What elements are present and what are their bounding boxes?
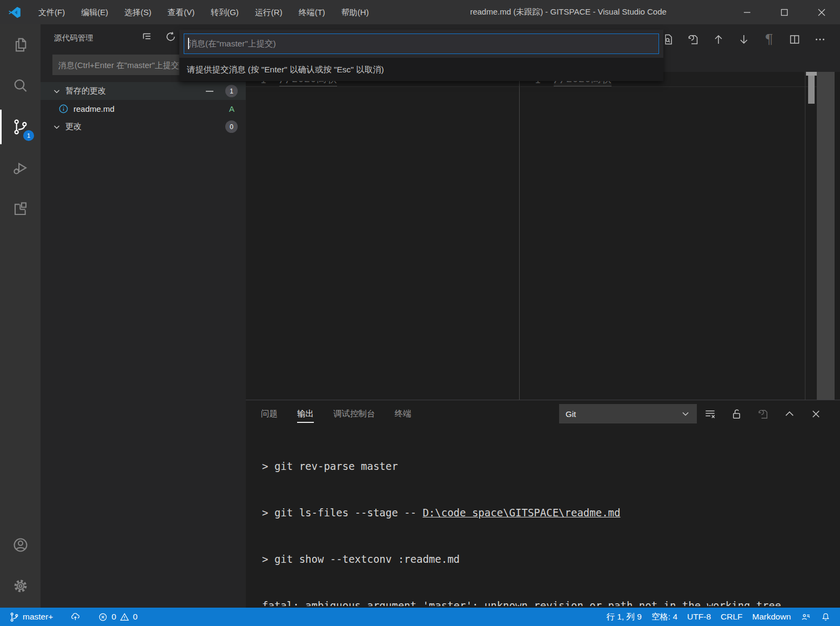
overview-ruler-marker: [806, 72, 817, 76]
text-caret: [188, 38, 189, 49]
more-actions-icon[interactable]: [807, 26, 832, 52]
close-panel-icon[interactable]: [803, 404, 829, 423]
tab-problems[interactable]: 问题: [261, 400, 278, 427]
source-control-icon[interactable]: 1: [0, 106, 41, 147]
error-count: 0: [111, 612, 116, 622]
window-title: readme.md (未跟踪) - GITSPACE - Visual Stud…: [470, 7, 667, 17]
encoding-setting[interactable]: UTF-8: [682, 608, 716, 626]
tab-terminal[interactable]: 终端: [395, 400, 412, 427]
menu-help[interactable]: 帮助(H): [333, 0, 377, 24]
diff-modified-pane[interactable]: 1 //2020高软: [520, 72, 835, 400]
revert-file-icon[interactable]: [750, 404, 776, 423]
search-icon[interactable]: [0, 65, 41, 106]
tab-debug-console[interactable]: 调试控制台: [333, 400, 375, 427]
warning-icon: [119, 612, 130, 622]
cursor-position[interactable]: 行 1, 列 9: [601, 608, 646, 626]
staged-count-badge: 1: [225, 85, 238, 97]
menu-terminal[interactable]: 终端(T): [291, 0, 333, 24]
clear-output-icon[interactable]: [697, 404, 723, 423]
output-line: > git ls-files --stage -- D:\code space\…: [262, 505, 824, 521]
minimize-button[interactable]: [728, 0, 765, 24]
vscode-window: 文件(F) 编辑(E) 选择(S) 查看(V) 转到(G) 运行(R) 终端(T…: [0, 0, 840, 626]
editor-toolbar: ¶: [655, 26, 832, 52]
scm-badge: 1: [23, 130, 34, 141]
scrollbar-slider[interactable]: [808, 76, 815, 104]
warning-count: 0: [133, 612, 138, 622]
menu-bar: 文件(F) 编辑(E) 选择(S) 查看(V) 转到(G) 运行(R) 终端(T…: [30, 0, 377, 24]
settings-gear-icon[interactable]: [0, 566, 41, 607]
branch-status[interactable]: master+: [4, 608, 58, 626]
maximize-button[interactable]: [765, 0, 803, 24]
changes-count-badge: 0: [225, 120, 238, 133]
output-channel-value: Git: [566, 409, 681, 419]
output-channel-select[interactable]: Git: [559, 404, 697, 423]
next-change-icon[interactable]: [731, 26, 756, 52]
menu-edit[interactable]: 编辑(E): [73, 0, 116, 24]
file-path-link[interactable]: D:\code space\GITSPACE\readme.md: [422, 507, 620, 519]
overview-ruler: [805, 72, 805, 400]
menu-run[interactable]: 运行(R): [247, 0, 291, 24]
status-bar: master+ 0 0 行 1, 列 9 空格: 4: [0, 608, 840, 626]
quick-input-field[interactable]: [184, 34, 658, 53]
info-icon: [58, 104, 69, 114]
problems-status[interactable]: 0 0: [93, 608, 142, 626]
chevron-down-icon: [681, 409, 690, 419]
output-line: fatal: ambiguous argument 'master': unkn…: [262, 598, 824, 606]
output-line: > git rev-parse master: [262, 459, 824, 474]
editor-scrollbar[interactable]: [817, 72, 835, 400]
git-branch-icon: [9, 612, 19, 622]
split-editor-icon[interactable]: [782, 26, 807, 52]
changes-header[interactable]: 更改 0: [41, 118, 246, 136]
notifications-bell-icon[interactable]: [816, 608, 836, 626]
publish-changes-button[interactable]: [65, 608, 85, 626]
output-log: > git rev-parse master > git ls-files --…: [262, 428, 824, 606]
staged-file-name: readme.md: [73, 104, 229, 113]
window-controls: [728, 0, 840, 24]
eol-setting[interactable]: CRLF: [716, 608, 747, 626]
account-icon[interactable]: [0, 524, 41, 566]
close-window-button[interactable]: [803, 0, 840, 24]
unstage-all-icon[interactable]: [204, 85, 216, 97]
diff-original-pane[interactable]: 1 //2020高软: [246, 72, 520, 400]
menu-file[interactable]: 文件(F): [30, 0, 73, 24]
revert-file-icon[interactable]: [680, 26, 705, 52]
vscode-logo-icon: [8, 5, 22, 19]
changes-label: 更改: [65, 122, 225, 132]
git-status-added: A: [229, 104, 234, 113]
feedback-icon[interactable]: [796, 608, 816, 626]
view-as-tree-icon[interactable]: [141, 31, 156, 46]
cloud-upload-icon: [70, 612, 80, 622]
previous-change-icon[interactable]: [705, 26, 731, 52]
maximize-panel-icon[interactable]: [776, 404, 803, 423]
title-bar: 文件(F) 编辑(E) 选择(S) 查看(V) 转到(G) 运行(R) 终端(T…: [0, 0, 840, 24]
run-debug-icon[interactable]: [0, 147, 41, 189]
unlock-icon[interactable]: [723, 404, 750, 423]
whitespace-toggle-icon[interactable]: ¶: [756, 26, 782, 52]
menu-go[interactable]: 转到(G): [203, 0, 247, 24]
quick-input-box[interactable]: [184, 33, 659, 54]
error-icon: [98, 612, 108, 622]
explorer-icon[interactable]: [0, 24, 41, 65]
quick-input-widget: 请提供提交消息 (按 "Enter" 以确认或按 "Esc" 以取消): [179, 30, 663, 81]
staged-file-row[interactable]: readme.md A: [41, 100, 246, 118]
activity-bar: 1: [0, 24, 41, 608]
sidebar-title: 源代码管理: [54, 33, 93, 43]
tab-output[interactable]: 输出: [297, 400, 314, 427]
chevron-down-icon: [52, 87, 61, 96]
bottom-panel: 问题 输出 调试控制台 终端 Git: [246, 400, 840, 608]
chevron-down-icon: [52, 123, 61, 131]
staged-changes-label: 暂存的更改: [65, 86, 204, 96]
indentation-setting[interactable]: 空格: 4: [647, 608, 682, 626]
panel-tabs: 问题 输出 调试控制台 终端: [261, 400, 431, 427]
extensions-icon[interactable]: [0, 189, 41, 230]
branch-name: master+: [23, 612, 53, 622]
output-line: > git show --textconv :readme.md: [262, 551, 824, 567]
menu-view[interactable]: 查看(V): [159, 0, 203, 24]
source-control-sidebar: 源代码管理 暂存的更改 1: [41, 24, 246, 608]
staged-changes-header[interactable]: 暂存的更改 1: [41, 82, 246, 100]
menu-selection[interactable]: 选择(S): [116, 0, 159, 24]
language-mode[interactable]: Markdown: [748, 608, 796, 626]
panel-controls: Git: [559, 404, 829, 423]
refresh-icon[interactable]: [165, 31, 180, 46]
quick-input-hint[interactable]: 请提供提交消息 (按 "Enter" 以确认或按 "Esc" 以取消): [179, 58, 663, 81]
